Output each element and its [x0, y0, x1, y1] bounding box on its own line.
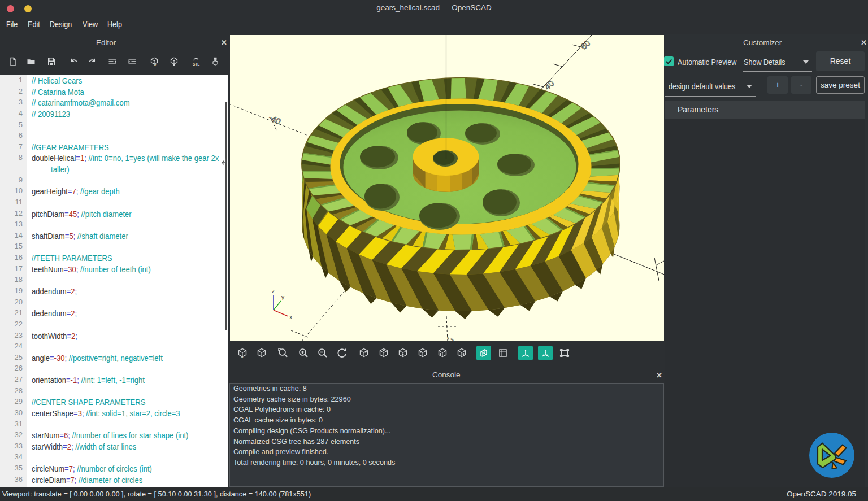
svg-text:x: x [289, 314, 292, 320]
svg-text:»: » [154, 62, 157, 67]
svg-text:»: » [241, 355, 244, 359]
svg-text:60: 60 [579, 38, 592, 51]
svg-text:y: y [281, 294, 284, 300]
svg-text:STL: STL [193, 62, 199, 66]
svg-text:40: 40 [542, 78, 556, 92]
svg-text:-20: -20 [444, 334, 458, 341]
svg-text:z: z [272, 288, 275, 294]
